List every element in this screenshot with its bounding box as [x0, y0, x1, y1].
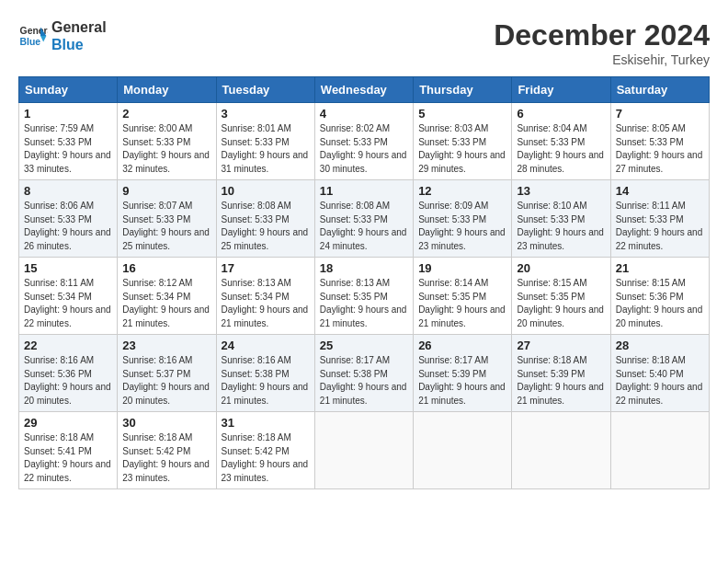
day-number: 28	[616, 339, 704, 352]
day-info: Sunrise: 8:12 AM Sunset: 5:34 PM Dayligh…	[122, 277, 210, 330]
calendar-cell	[512, 412, 610, 489]
day-info: Sunrise: 8:16 AM Sunset: 5:36 PM Dayligh…	[24, 354, 112, 408]
calendar-cell: 13 Sunrise: 8:10 AM Sunset: 5:33 PM Dayl…	[512, 180, 610, 258]
calendar-cell: 23 Sunrise: 8:16 AM Sunset: 5:37 PM Dayl…	[118, 335, 216, 412]
calendar-week-2: 8 Sunrise: 8:06 AM Sunset: 5:33 PM Dayli…	[19, 180, 710, 258]
day-info: Sunrise: 8:14 AM Sunset: 5:35 PM Dayligh…	[418, 277, 506, 330]
calendar-cell: 22 Sunrise: 8:16 AM Sunset: 5:36 PM Dayl…	[19, 335, 118, 412]
day-number: 30	[122, 416, 210, 430]
weekday-header-wednesday: Wednesday	[314, 77, 413, 103]
day-info: Sunrise: 8:02 AM Sunset: 5:33 PM Dayligh…	[320, 122, 408, 176]
day-number: 27	[517, 339, 605, 352]
day-info: Sunrise: 8:06 AM Sunset: 5:33 PM Dayligh…	[24, 200, 112, 253]
day-number: 14	[616, 184, 704, 198]
calendar-body: 1 Sunrise: 7:59 AM Sunset: 5:33 PM Dayli…	[19, 103, 710, 489]
day-number: 5	[418, 107, 506, 121]
day-number: 6	[517, 107, 605, 121]
day-number: 21	[616, 261, 704, 275]
calendar-cell: 5 Sunrise: 8:03 AM Sunset: 5:33 PM Dayli…	[414, 103, 512, 180]
calendar-cell: 6 Sunrise: 8:04 AM Sunset: 5:33 PM Dayli…	[512, 103, 610, 180]
day-number: 9	[122, 184, 210, 198]
calendar-cell: 14 Sunrise: 8:11 AM Sunset: 5:33 PM Dayl…	[610, 180, 709, 258]
calendar-cell: 3 Sunrise: 8:01 AM Sunset: 5:33 PM Dayli…	[216, 103, 314, 180]
day-number: 8	[24, 184, 112, 198]
calendar-week-5: 29 Sunrise: 8:18 AM Sunset: 5:41 PM Dayl…	[19, 412, 710, 489]
day-info: Sunrise: 8:07 AM Sunset: 5:33 PM Dayligh…	[122, 200, 210, 253]
day-info: Sunrise: 8:18 AM Sunset: 5:42 PM Dayligh…	[222, 431, 310, 485]
day-info: Sunrise: 8:16 AM Sunset: 5:37 PM Dayligh…	[122, 354, 210, 408]
svg-marker-3	[40, 36, 46, 41]
day-number: 4	[320, 107, 408, 121]
weekday-header-thursday: Thursday	[414, 77, 512, 103]
logo-icon: General Blue	[18, 21, 48, 51]
day-info: Sunrise: 8:13 AM Sunset: 5:34 PM Dayligh…	[222, 277, 310, 330]
day-info: Sunrise: 8:09 AM Sunset: 5:33 PM Dayligh…	[418, 200, 506, 253]
weekday-row: SundayMondayTuesdayWednesdayThursdayFrid…	[19, 77, 710, 103]
day-number: 17	[222, 261, 310, 275]
calendar-cell	[314, 412, 413, 489]
day-number: 19	[418, 261, 506, 275]
calendar-cell: 27 Sunrise: 8:18 AM Sunset: 5:39 PM Dayl…	[512, 335, 610, 412]
calendar-cell: 2 Sunrise: 8:00 AM Sunset: 5:33 PM Dayli…	[118, 103, 216, 180]
day-number: 26	[418, 339, 506, 352]
calendar-cell: 28 Sunrise: 8:18 AM Sunset: 5:40 PM Dayl…	[610, 335, 709, 412]
weekday-header-tuesday: Tuesday	[216, 77, 314, 103]
day-number: 29	[24, 416, 112, 430]
calendar-cell: 21 Sunrise: 8:15 AM Sunset: 5:36 PM Dayl…	[610, 258, 709, 335]
day-info: Sunrise: 8:18 AM Sunset: 5:41 PM Dayligh…	[24, 431, 112, 485]
calendar-cell: 12 Sunrise: 8:09 AM Sunset: 5:33 PM Dayl…	[414, 180, 512, 258]
title-block: December 2024 Eskisehir, Turkey	[494, 18, 710, 67]
calendar-cell: 30 Sunrise: 8:18 AM Sunset: 5:42 PM Dayl…	[118, 412, 216, 489]
calendar-cell: 8 Sunrise: 8:06 AM Sunset: 5:33 PM Dayli…	[19, 180, 118, 258]
calendar-cell: 31 Sunrise: 8:18 AM Sunset: 5:42 PM Dayl…	[216, 412, 314, 489]
day-info: Sunrise: 8:17 AM Sunset: 5:38 PM Dayligh…	[320, 354, 408, 408]
calendar-cell: 20 Sunrise: 8:15 AM Sunset: 5:35 PM Dayl…	[512, 258, 610, 335]
day-number: 1	[24, 107, 112, 121]
day-number: 10	[222, 184, 310, 198]
day-info: Sunrise: 8:04 AM Sunset: 5:33 PM Dayligh…	[517, 122, 605, 176]
day-info: Sunrise: 8:00 AM Sunset: 5:33 PM Dayligh…	[122, 122, 210, 176]
calendar-week-3: 15 Sunrise: 8:11 AM Sunset: 5:34 PM Dayl…	[19, 258, 710, 335]
calendar-cell: 7 Sunrise: 8:05 AM Sunset: 5:33 PM Dayli…	[610, 103, 709, 180]
weekday-header-saturday: Saturday	[610, 77, 709, 103]
day-info: Sunrise: 8:15 AM Sunset: 5:36 PM Dayligh…	[616, 277, 704, 330]
svg-text:Blue: Blue	[20, 37, 41, 47]
day-number: 13	[517, 184, 605, 198]
day-number: 11	[320, 184, 408, 198]
calendar-cell: 26 Sunrise: 8:17 AM Sunset: 5:39 PM Dayl…	[414, 335, 512, 412]
calendar-cell: 9 Sunrise: 8:07 AM Sunset: 5:33 PM Dayli…	[118, 180, 216, 258]
calendar-cell: 18 Sunrise: 8:13 AM Sunset: 5:35 PM Dayl…	[314, 258, 413, 335]
calendar-cell: 15 Sunrise: 8:11 AM Sunset: 5:34 PM Dayl…	[19, 258, 118, 335]
day-number: 25	[320, 339, 408, 352]
weekday-header-monday: Monday	[118, 77, 216, 103]
weekday-header-friday: Friday	[512, 77, 610, 103]
calendar-cell: 25 Sunrise: 8:17 AM Sunset: 5:38 PM Dayl…	[314, 335, 413, 412]
logo-general: General	[51, 18, 107, 36]
calendar-cell: 1 Sunrise: 7:59 AM Sunset: 5:33 PM Dayli…	[19, 103, 118, 180]
day-info: Sunrise: 8:18 AM Sunset: 5:42 PM Dayligh…	[122, 431, 210, 485]
calendar-cell: 4 Sunrise: 8:02 AM Sunset: 5:33 PM Dayli…	[314, 103, 413, 180]
day-info: Sunrise: 8:08 AM Sunset: 5:33 PM Dayligh…	[320, 200, 408, 253]
calendar-cell: 19 Sunrise: 8:14 AM Sunset: 5:35 PM Dayl…	[414, 258, 512, 335]
calendar-header: SundayMondayTuesdayWednesdayThursdayFrid…	[19, 77, 710, 103]
day-info: Sunrise: 8:03 AM Sunset: 5:33 PM Dayligh…	[418, 122, 506, 176]
logo: General Blue General Blue	[18, 18, 107, 53]
day-info: Sunrise: 8:13 AM Sunset: 5:35 PM Dayligh…	[320, 277, 408, 330]
day-number: 24	[222, 339, 310, 352]
day-info: Sunrise: 8:10 AM Sunset: 5:33 PM Dayligh…	[517, 200, 605, 253]
logo-blue: Blue	[51, 36, 107, 53]
day-info: Sunrise: 8:11 AM Sunset: 5:33 PM Dayligh…	[616, 200, 704, 253]
calendar-cell: 16 Sunrise: 8:12 AM Sunset: 5:34 PM Dayl…	[118, 258, 216, 335]
calendar-cell: 10 Sunrise: 8:08 AM Sunset: 5:33 PM Dayl…	[216, 180, 314, 258]
calendar-cell: 29 Sunrise: 8:18 AM Sunset: 5:41 PM Dayl…	[19, 412, 118, 489]
calendar-cell	[414, 412, 512, 489]
page-header: General Blue General Blue December 2024 …	[18, 18, 710, 67]
day-info: Sunrise: 8:16 AM Sunset: 5:38 PM Dayligh…	[222, 354, 310, 408]
day-number: 20	[517, 261, 605, 275]
day-number: 12	[418, 184, 506, 198]
month-title: December 2024	[494, 18, 710, 52]
day-number: 7	[616, 107, 704, 121]
day-info: Sunrise: 8:08 AM Sunset: 5:33 PM Dayligh…	[222, 200, 310, 253]
day-number: 3	[222, 107, 310, 121]
day-info: Sunrise: 8:01 AM Sunset: 5:33 PM Dayligh…	[222, 122, 310, 176]
